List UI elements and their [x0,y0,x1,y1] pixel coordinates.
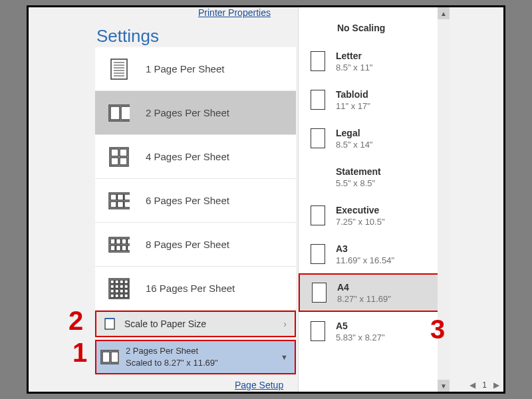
menu-label: 6 Pages Per Sheet [146,195,229,206]
chevron-right-icon: › [283,319,287,329]
page-setup-link[interactable]: Page Setup [235,380,283,390]
paper-icon [311,51,325,71]
page-prev-button[interactable]: ◀ [466,380,479,390]
paper-icon [311,90,325,110]
svg-rect-48 [105,319,114,329]
menu-2-pages-per-sheet[interactable]: 2 Pages Per Sheet [95,91,296,135]
scroll-down-button[interactable]: ▼ [438,380,450,392]
pages-per-sheet-menu: 1 Page Per Sheet 2 Pages Per Sheet 4 Pag… [95,47,296,311]
svg-rect-19 [110,201,116,207]
svg-rect-8 [110,106,120,120]
app-frame: Printer Properties Settings 1 Page Per S… [27,5,505,394]
paper-legal[interactable]: Legal 8.5" x 14" [299,119,450,158]
svg-rect-47 [124,294,128,298]
menu-label: 8 Pages Per Sheet [146,239,229,250]
paper-name: Statement [336,166,381,177]
paper-a5[interactable]: A5 5.83" x 8.27" [299,312,450,350]
menu-label: 1 Page Per Sheet [146,63,224,74]
paper-icon [311,321,325,341]
paper-icon [311,244,325,264]
paper-tabloid[interactable]: Tabloid 11" x 17" [299,80,450,119]
content-area: Printer Properties Settings 1 Page Per S… [29,7,503,392]
menu-1-page-per-sheet[interactable]: 1 Page Per Sheet [95,47,296,91]
paper-statement[interactable]: Statement 5.5" x 8.5" [299,158,450,196]
paper-dim: 8.5" x 11" [336,63,373,72]
svg-rect-21 [124,201,130,207]
paper-dim: 8.5" x 14" [336,140,373,150]
svg-rect-41 [115,289,119,293]
paper-letter[interactable]: Letter 8.5" x 11" [299,42,450,80]
callout-2: 2 [68,306,83,336]
paper-no-scaling[interactable]: No Scaling [299,14,450,42]
menu-label: 16 Pages Per Sheet [146,283,235,294]
scale-icon [103,317,116,331]
paper-name: Tabloid [336,89,370,100]
caret-down-icon: ▼ [281,353,288,361]
page-2-icon [108,102,130,124]
page-6-icon [108,190,130,211]
menu-8-pages-per-sheet[interactable]: 8 Pages Per Sheet [95,223,296,267]
svg-rect-36 [110,285,114,289]
current-setting-text: 2 Pages Per Sheet Scaled to 8.27" x 11.6… [126,345,218,369]
printer-properties-link[interactable]: Printer Properties [198,7,271,18]
svg-rect-34 [120,280,124,284]
callout-3: 3 [430,315,445,344]
svg-rect-45 [115,294,119,298]
menu-label: 4 Pages Per Sheet [146,151,229,162]
paper-list: No Scaling Letter 8.5" x 11" Tabloid 11"… [299,7,450,350]
settings-heading: Settings [96,26,159,47]
paper-dim: 8.27" x 11.69" [337,294,391,304]
svg-rect-18 [124,194,130,200]
paper-icon [311,128,325,148]
paper-executive[interactable]: Executive 7.25" x 10.5" [299,196,450,235]
page-next-button[interactable]: ▶ [489,380,503,390]
menu-label: 2 Pages Per Sheet [146,107,229,118]
page-16-icon [108,278,130,299]
svg-rect-16 [110,194,116,200]
current-setting-dropdown[interactable]: 2 Pages Per Sheet Scaled to 8.27" x 11.6… [95,340,296,374]
svg-rect-40 [110,289,114,293]
svg-rect-42 [120,289,124,293]
svg-rect-28 [116,245,121,251]
paper-a3[interactable]: A3 11.69" x 16.54" [299,235,450,273]
scale-label: Scale to Paper Size [124,319,206,329]
paper-dim: 5.83" x 8.27" [336,332,385,342]
current-line2: Scaled to 8.27" x 11.69" [126,357,218,369]
scroll-up-button[interactable]: ▲ [438,7,450,19]
paper-dim: 7.25" x 10.5" [336,217,385,227]
svg-rect-37 [115,285,119,289]
svg-rect-44 [110,294,114,298]
svg-rect-27 [110,245,115,251]
svg-rect-51 [102,352,110,362]
paper-dim: 11" x 17" [336,101,370,111]
paper-dim: 11.69" x 16.54" [336,255,394,265]
page-navigation: ◀ 1 ▶ [466,378,503,392]
paper-dim: 5.5" x 8.5" [336,178,381,188]
menu-4-pages-per-sheet[interactable]: 4 Pages Per Sheet [95,135,296,179]
svg-rect-32 [110,280,114,284]
svg-rect-33 [115,280,119,284]
svg-rect-43 [124,289,128,293]
svg-rect-35 [124,280,128,284]
callout-1: 1 [72,338,87,368]
svg-rect-25 [122,239,126,244]
paper-name: Legal [336,128,373,138]
svg-rect-38 [120,285,124,289]
paper-name: Letter [336,51,373,61]
paper-a4[interactable]: A4 8.27" x 11.69" [299,273,450,312]
page-4-icon [108,146,130,168]
page-8-icon [108,234,130,255]
page-number: 1 [479,380,489,390]
svg-rect-14 [120,158,127,165]
menu-16-pages-per-sheet[interactable]: 16 Pages Per Sheet [95,267,296,311]
svg-rect-46 [120,294,124,298]
svg-rect-11 [111,149,118,156]
svg-rect-52 [111,352,118,362]
paper-name: A3 [336,243,394,254]
scale-to-paper-size-item[interactable]: Scale to Paper Size › [95,311,296,337]
svg-rect-13 [111,158,118,165]
paper-header-label: No Scaling [337,23,385,33]
paper-name: A5 [336,321,385,331]
bottom-panel: Scale to Paper Size › 2 Pages Per Sheet … [95,311,296,374]
menu-6-pages-per-sheet[interactable]: 6 Pages Per Sheet [95,179,296,223]
